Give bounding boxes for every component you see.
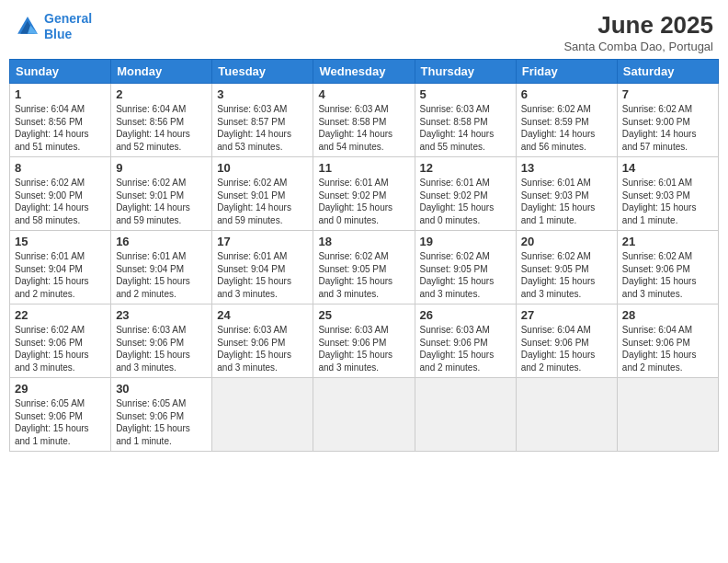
day-info: Sunrise: 6:05 AM Sunset: 9:06 PM Dayligh… bbox=[15, 397, 106, 447]
calendar-wrapper: SundayMondayTuesdayWednesdayThursdayFrid… bbox=[0, 59, 728, 452]
day-number: 14 bbox=[622, 161, 713, 175]
day-info: Sunrise: 6:02 AM Sunset: 9:06 PM Dayligh… bbox=[15, 324, 106, 373]
day-info: Sunrise: 6:02 AM Sunset: 9:01 PM Dayligh… bbox=[116, 177, 207, 226]
calendar-cell: 8Sunrise: 6:02 AM Sunset: 9:00 PM Daylig… bbox=[10, 157, 111, 231]
calendar-cell: 3Sunrise: 6:03 AM Sunset: 8:57 PM Daylig… bbox=[212, 84, 313, 157]
day-info: Sunrise: 6:03 AM Sunset: 9:06 PM Dayligh… bbox=[217, 324, 308, 373]
day-info: Sunrise: 6:03 AM Sunset: 8:58 PM Dayligh… bbox=[420, 103, 511, 153]
day-number: 30 bbox=[116, 382, 207, 396]
calendar-cell: 21Sunrise: 6:02 AM Sunset: 9:06 PM Dayli… bbox=[617, 231, 718, 304]
day-info: Sunrise: 6:02 AM Sunset: 9:05 PM Dayligh… bbox=[420, 250, 511, 300]
calendar-header-sunday: Sunday bbox=[10, 60, 111, 84]
calendar-week-3: 15Sunrise: 6:01 AM Sunset: 9:04 PM Dayli… bbox=[10, 231, 719, 304]
day-number: 7 bbox=[622, 87, 713, 101]
day-info: Sunrise: 6:01 AM Sunset: 9:04 PM Dayligh… bbox=[15, 250, 106, 300]
title-block: June 2025 Santa Comba Dao, Portugal bbox=[563, 11, 713, 53]
header: General Blue June 2025 Santa Comba Dao, … bbox=[0, 0, 728, 59]
calendar-cell: 14Sunrise: 6:01 AM Sunset: 9:03 PM Dayli… bbox=[617, 157, 718, 231]
calendar-cell: 30Sunrise: 6:05 AM Sunset: 9:06 PM Dayli… bbox=[111, 378, 212, 452]
calendar-table: SundayMondayTuesdayWednesdayThursdayFrid… bbox=[9, 59, 719, 452]
calendar-cell: 2Sunrise: 6:04 AM Sunset: 8:56 PM Daylig… bbox=[111, 84, 212, 157]
day-number: 19 bbox=[420, 235, 511, 248]
calendar-cell: 22Sunrise: 6:02 AM Sunset: 9:06 PM Dayli… bbox=[10, 304, 111, 378]
day-info: Sunrise: 6:02 AM Sunset: 9:00 PM Dayligh… bbox=[622, 103, 713, 153]
logo-icon bbox=[15, 14, 40, 40]
day-info: Sunrise: 6:01 AM Sunset: 9:03 PM Dayligh… bbox=[622, 177, 713, 226]
page: General Blue June 2025 Santa Comba Dao, … bbox=[0, 0, 728, 563]
calendar-header-thursday: Thursday bbox=[415, 60, 516, 84]
calendar-cell: 6Sunrise: 6:02 AM Sunset: 8:59 PM Daylig… bbox=[516, 84, 617, 157]
calendar-cell: 17Sunrise: 6:01 AM Sunset: 9:04 PM Dayli… bbox=[212, 231, 313, 304]
calendar-header-row: SundayMondayTuesdayWednesdayThursdayFrid… bbox=[10, 60, 719, 84]
calendar-cell: 4Sunrise: 6:03 AM Sunset: 8:58 PM Daylig… bbox=[313, 84, 415, 157]
day-number: 28 bbox=[622, 308, 713, 322]
day-number: 18 bbox=[318, 235, 409, 248]
calendar-cell bbox=[212, 378, 313, 452]
calendar-cell bbox=[516, 378, 617, 452]
calendar-cell: 5Sunrise: 6:03 AM Sunset: 8:58 PM Daylig… bbox=[415, 84, 516, 157]
day-info: Sunrise: 6:04 AM Sunset: 8:56 PM Dayligh… bbox=[15, 103, 106, 153]
day-number: 6 bbox=[521, 87, 612, 101]
day-number: 24 bbox=[217, 308, 308, 322]
day-number: 26 bbox=[420, 308, 511, 322]
day-number: 8 bbox=[15, 161, 106, 175]
logo-blue: Blue bbox=[44, 27, 72, 41]
day-info: Sunrise: 6:03 AM Sunset: 8:57 PM Dayligh… bbox=[217, 103, 308, 153]
calendar-cell bbox=[415, 378, 516, 452]
calendar-week-5: 29Sunrise: 6:05 AM Sunset: 9:06 PM Dayli… bbox=[10, 378, 719, 452]
day-number: 20 bbox=[521, 235, 612, 248]
calendar-cell: 15Sunrise: 6:01 AM Sunset: 9:04 PM Dayli… bbox=[10, 231, 111, 304]
day-info: Sunrise: 6:05 AM Sunset: 9:06 PM Dayligh… bbox=[116, 397, 207, 447]
calendar-cell: 13Sunrise: 6:01 AM Sunset: 9:03 PM Dayli… bbox=[516, 157, 617, 231]
location: Santa Comba Dao, Portugal bbox=[563, 40, 713, 53]
logo-text: General Blue bbox=[44, 11, 92, 42]
day-number: 17 bbox=[217, 235, 308, 248]
day-info: Sunrise: 6:03 AM Sunset: 9:06 PM Dayligh… bbox=[116, 324, 207, 373]
day-info: Sunrise: 6:01 AM Sunset: 9:03 PM Dayligh… bbox=[521, 177, 612, 226]
day-number: 22 bbox=[15, 308, 106, 322]
logo-general: General bbox=[44, 11, 92, 26]
calendar-header-monday: Monday bbox=[111, 60, 212, 84]
calendar-header-tuesday: Tuesday bbox=[212, 60, 313, 84]
day-info: Sunrise: 6:03 AM Sunset: 9:06 PM Dayligh… bbox=[420, 324, 511, 373]
day-info: Sunrise: 6:01 AM Sunset: 9:02 PM Dayligh… bbox=[420, 177, 511, 226]
calendar-cell: 10Sunrise: 6:02 AM Sunset: 9:01 PM Dayli… bbox=[212, 157, 313, 231]
calendar-cell: 26Sunrise: 6:03 AM Sunset: 9:06 PM Dayli… bbox=[415, 304, 516, 378]
day-info: Sunrise: 6:01 AM Sunset: 9:04 PM Dayligh… bbox=[116, 250, 207, 300]
calendar-week-2: 8Sunrise: 6:02 AM Sunset: 9:00 PM Daylig… bbox=[10, 157, 719, 231]
calendar-cell: 23Sunrise: 6:03 AM Sunset: 9:06 PM Dayli… bbox=[111, 304, 212, 378]
day-number: 1 bbox=[15, 87, 106, 101]
calendar-cell: 16Sunrise: 6:01 AM Sunset: 9:04 PM Dayli… bbox=[111, 231, 212, 304]
day-info: Sunrise: 6:02 AM Sunset: 9:06 PM Dayligh… bbox=[622, 250, 713, 300]
day-info: Sunrise: 6:03 AM Sunset: 9:06 PM Dayligh… bbox=[318, 324, 409, 373]
calendar-header-friday: Friday bbox=[516, 60, 617, 84]
day-info: Sunrise: 6:02 AM Sunset: 9:05 PM Dayligh… bbox=[521, 250, 612, 300]
calendar-cell: 28Sunrise: 6:04 AM Sunset: 9:06 PM Dayli… bbox=[617, 304, 718, 378]
calendar-week-4: 22Sunrise: 6:02 AM Sunset: 9:06 PM Dayli… bbox=[10, 304, 719, 378]
day-number: 23 bbox=[116, 308, 207, 322]
day-number: 10 bbox=[217, 161, 308, 175]
calendar-cell: 29Sunrise: 6:05 AM Sunset: 9:06 PM Dayli… bbox=[10, 378, 111, 452]
day-number: 5 bbox=[420, 87, 511, 101]
day-info: Sunrise: 6:03 AM Sunset: 8:58 PM Dayligh… bbox=[318, 103, 409, 153]
calendar-cell bbox=[617, 378, 718, 452]
day-info: Sunrise: 6:02 AM Sunset: 9:00 PM Dayligh… bbox=[15, 177, 106, 226]
day-number: 15 bbox=[15, 235, 106, 248]
day-info: Sunrise: 6:02 AM Sunset: 9:01 PM Dayligh… bbox=[217, 177, 308, 226]
day-number: 4 bbox=[318, 87, 409, 101]
calendar-cell bbox=[313, 378, 415, 452]
calendar-cell: 27Sunrise: 6:04 AM Sunset: 9:06 PM Dayli… bbox=[516, 304, 617, 378]
calendar-week-1: 1Sunrise: 6:04 AM Sunset: 8:56 PM Daylig… bbox=[10, 84, 719, 157]
day-info: Sunrise: 6:04 AM Sunset: 8:56 PM Dayligh… bbox=[116, 103, 207, 153]
calendar-cell: 20Sunrise: 6:02 AM Sunset: 9:05 PM Dayli… bbox=[516, 231, 617, 304]
day-number: 3 bbox=[217, 87, 308, 101]
calendar-cell: 12Sunrise: 6:01 AM Sunset: 9:02 PM Dayli… bbox=[415, 157, 516, 231]
day-number: 21 bbox=[622, 235, 713, 248]
calendar-cell: 7Sunrise: 6:02 AM Sunset: 9:00 PM Daylig… bbox=[617, 84, 718, 157]
calendar-cell: 9Sunrise: 6:02 AM Sunset: 9:01 PM Daylig… bbox=[111, 157, 212, 231]
calendar-cell: 1Sunrise: 6:04 AM Sunset: 8:56 PM Daylig… bbox=[10, 84, 111, 157]
calendar-header-wednesday: Wednesday bbox=[313, 60, 415, 84]
day-number: 9 bbox=[116, 161, 207, 175]
day-number: 2 bbox=[116, 87, 207, 101]
month-title: June 2025 bbox=[563, 11, 713, 40]
